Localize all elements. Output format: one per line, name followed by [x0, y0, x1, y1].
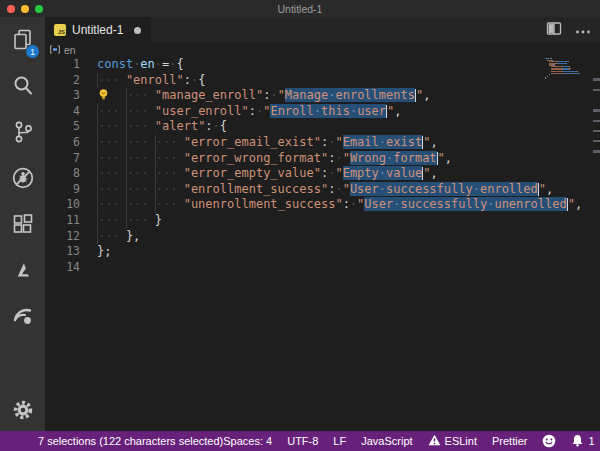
code-line[interactable]: 10·········"unenrollment_success":·"User… [45, 197, 600, 213]
code-line[interactable]: 5······"alert":·{ [45, 119, 600, 135]
code-line[interactable]: 1const·en·=·{ [45, 57, 600, 73]
indent-guide: ··· [155, 151, 184, 167]
indentation-status[interactable]: Spaces: 4 [223, 435, 272, 447]
line-number[interactable]: 2 [45, 73, 80, 89]
text-cursor [386, 105, 387, 118]
indent-guide: ··· [155, 197, 184, 213]
indent-guide: ··· [126, 88, 155, 104]
text-cursor [422, 136, 423, 149]
code-line[interactable]: 8·········"error_empty_value":·"Empty·va… [45, 166, 600, 182]
selected-text[interactable]: Enroll·this·user [270, 104, 386, 118]
code-line[interactable]: 6·········"error_email_exist":·"Email·ex… [45, 135, 600, 151]
selected-text[interactable]: Empty·value [343, 166, 422, 180]
text-cursor [538, 183, 539, 196]
gear-icon [11, 398, 35, 422]
sidebar-item-source-control[interactable] [0, 109, 45, 155]
notifications-bell[interactable]: 1 [571, 434, 594, 449]
indent-guide: ··· [97, 104, 126, 120]
line-number[interactable]: 9 [45, 182, 80, 198]
feedback-smiley-button[interactable] [542, 434, 556, 448]
selected-text[interactable]: Wrong·format [350, 151, 437, 165]
tab-bar: JS Untitled-1 [45, 17, 600, 43]
extensions-icon [11, 212, 35, 236]
language-status[interactable]: JavaScript [361, 435, 412, 447]
breadcrumb[interactable]: en [45, 43, 600, 57]
line-number[interactable]: 14 [45, 260, 80, 276]
code-line[interactable]: 11······} [45, 213, 600, 229]
indent-guide: ··· [155, 135, 184, 151]
line-number[interactable]: 12 [45, 229, 80, 245]
selection-mark [593, 89, 600, 91]
line-number[interactable]: 3 [45, 88, 80, 104]
code-line[interactable]: 2···"enroll":·{ [45, 73, 600, 89]
code-line[interactable]: 12···}, [45, 229, 600, 245]
bell-icon [571, 434, 584, 449]
indent-guide: ··· [126, 104, 155, 120]
indent-guide: ··· [97, 135, 126, 151]
selection-mark [593, 140, 600, 142]
selected-text[interactable]: User·successfully·enrolled [350, 182, 538, 196]
sidebar-item-extension-custom[interactable] [0, 293, 45, 339]
selected-text[interactable]: Manage·enrollments [285, 88, 415, 102]
line-number[interactable]: 13 [45, 244, 80, 260]
window-title: Untitled-1 [0, 3, 600, 15]
code-line[interactable]: 3···"manage_enroll":·"Manage·enrollments… [45, 88, 600, 104]
code-line[interactable]: 14 [45, 260, 600, 276]
line-number[interactable]: 4 [45, 104, 80, 120]
code-lines: 1const·en·=·{2···"enroll":·{3···"manage_… [45, 57, 600, 275]
javascript-file-icon: JS [54, 24, 66, 36]
indent-guide: ··· [126, 197, 155, 213]
indent-guide: ··· [126, 119, 155, 135]
indent-guide: ··· [155, 166, 184, 182]
line-number[interactable]: 8 [45, 166, 80, 182]
sidebar-item-azure[interactable] [0, 247, 45, 293]
selection-mark [593, 78, 600, 80]
line-number[interactable]: 5 [45, 119, 80, 135]
code-line[interactable]: 13}; [45, 244, 600, 260]
breadcrumb-symbol-label[interactable]: en [64, 44, 76, 56]
code-line[interactable]: 4······"user_enroll":·"Enroll·this·user"… [45, 104, 600, 120]
line-number[interactable]: 1 [45, 57, 80, 73]
warning-icon [428, 434, 441, 448]
indent-guide: ··· [97, 182, 126, 198]
more-actions-button[interactable] [575, 21, 591, 39]
sidebar-item-explorer[interactable]: 1 [0, 17, 45, 63]
debug-no-bug-icon [10, 165, 36, 191]
line-number[interactable]: 6 [45, 135, 80, 151]
code-line[interactable]: 7·········"error_wrong_format":·"Wrong·f… [45, 151, 600, 167]
overview-ruler[interactable] [592, 57, 600, 431]
tab-label: Untitled-1 [72, 23, 123, 37]
code-editor[interactable]: 1const·en·=·{2···"enroll":·{3···"manage_… [45, 57, 600, 431]
swoosh-extension-icon [10, 303, 36, 329]
indent-guide: ··· [97, 151, 126, 167]
split-editor-button[interactable] [546, 21, 562, 40]
code-line[interactable]: 9·········"enrollment_success":·"User·su… [45, 182, 600, 198]
text-cursor [437, 152, 438, 165]
eslint-status[interactable]: ESLint [428, 434, 477, 448]
search-icon [10, 73, 36, 99]
encoding-status[interactable]: UTF-8 [287, 435, 318, 447]
unsaved-changes-dot-icon[interactable] [134, 27, 141, 34]
indent-guide: ··· [97, 197, 126, 213]
selection-status[interactable]: 7 selections (122 characters selected) [38, 435, 223, 447]
indent-guide: ··· [126, 135, 155, 151]
prettier-status[interactable]: Prettier [492, 435, 527, 447]
selection-mark [593, 150, 600, 152]
selected-text[interactable]: User·successfully·unenrolled [364, 197, 566, 211]
minimap[interactable] [545, 57, 592, 87]
titlebar: Untitled-1 [0, 0, 600, 17]
sidebar-item-search[interactable] [0, 63, 45, 109]
line-number[interactable]: 11 [45, 213, 80, 229]
sidebar-item-extensions[interactable] [0, 201, 45, 247]
tab-untitled-1[interactable]: JS Untitled-1 [45, 17, 151, 43]
line-number[interactable]: 10 [45, 197, 80, 213]
eol-status[interactable]: LF [333, 435, 346, 447]
line-number[interactable]: 7 [45, 151, 80, 167]
text-cursor [415, 89, 416, 102]
quickfix-lightbulb-icon[interactable] [97, 88, 126, 105]
text-cursor [567, 198, 568, 211]
selected-text[interactable]: Email·exist [343, 135, 422, 149]
indent-guide: ··· [126, 151, 155, 167]
sidebar-item-settings[interactable] [0, 389, 45, 431]
sidebar-item-debug[interactable] [0, 155, 45, 201]
